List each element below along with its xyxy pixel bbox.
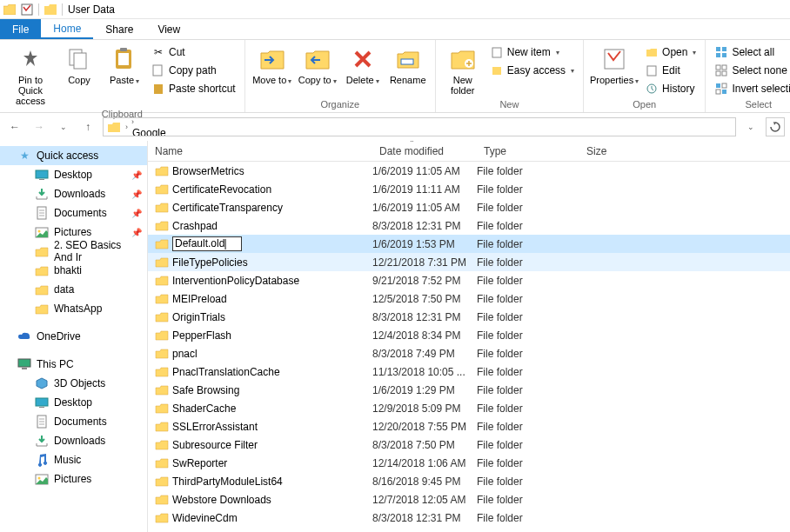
properties-button[interactable]: Properties — [589, 43, 639, 89]
recent-dropdown[interactable]: ⌄ — [54, 117, 73, 136]
pin-icon: 📌 — [131, 209, 142, 218]
rename-input[interactable]: Default.old — [172, 236, 242, 251]
file-row[interactable]: ShaderCache12/9/2018 5:09 PMFile folder — [148, 399, 790, 417]
address-bar[interactable]: › srikant›AppData›Local›Google›Chrome›Us… — [103, 117, 736, 136]
back-button[interactable]: ← — [5, 117, 24, 136]
sidebar-item[interactable]: Downloads📌 — [0, 184, 147, 203]
file-type: File folder — [477, 220, 579, 232]
sidebar-item[interactable]: Desktop📌 — [0, 165, 147, 184]
file-row[interactable]: FileTypePolicies12/21/2018 7:31 PMFile f… — [148, 253, 790, 271]
sidebar-item[interactable]: Desktop — [0, 393, 147, 412]
file-type: File folder — [477, 457, 579, 469]
address-dropdown[interactable]: ⌄ — [741, 117, 760, 136]
new-folder-button[interactable]: New folder — [441, 43, 485, 97]
svg-rect-8 — [401, 59, 413, 64]
file-row[interactable]: pnacl8/3/2018 7:49 PMFile folder — [148, 344, 790, 362]
file-type: File folder — [477, 329, 579, 342]
file-row[interactable]: MEIPreload12/5/2018 7:50 PMFile folder — [148, 289, 790, 308]
easy-access-button[interactable]: Easy access — [486, 62, 578, 79]
file-row[interactable]: PepperFlash12/4/2018 8:34 PMFile folder — [148, 326, 790, 344]
copy-path-button[interactable]: Copy path — [148, 62, 239, 79]
sidebar-item[interactable]: Documents — [0, 412, 147, 431]
sidebar-onedrive[interactable]: OneDrive — [0, 327, 147, 346]
sidebar-item[interactable]: 2. SEO Basics And Ir — [0, 242, 147, 261]
column-size[interactable]: Size — [579, 145, 632, 157]
file-row[interactable]: BrowserMetrics1/6/2019 11:05 AMFile fold… — [148, 162, 790, 180]
cut-button[interactable]: ✂Cut — [148, 43, 239, 61]
move-to-button[interactable]: Move to — [251, 43, 294, 89]
file-type: File folder — [477, 311, 579, 323]
open-button[interactable]: Open — [641, 43, 700, 61]
sidebar-item-label: Pictures — [54, 226, 91, 238]
column-type[interactable]: Type — [477, 145, 579, 157]
sidebar-item[interactable]: 3D Objects — [0, 374, 147, 393]
file-type: File folder — [477, 348, 579, 360]
tab-file[interactable]: File — [0, 19, 41, 39]
file-row[interactable]: Safe Browsing1/6/2019 1:29 PMFile folder — [148, 381, 790, 399]
chevron-right-icon[interactable]: › — [124, 123, 129, 131]
edit-button[interactable]: Edit — [641, 62, 700, 79]
copy-button[interactable]: Copy — [57, 43, 101, 87]
rename-button[interactable]: Rename — [386, 43, 430, 87]
file-row[interactable]: OriginTrials8/3/2018 12:31 PMFile folder — [148, 308, 790, 326]
forward-button[interactable]: → — [30, 117, 49, 136]
tab-share[interactable]: Share — [93, 19, 145, 39]
history-button[interactable]: History — [641, 80, 700, 97]
file-row[interactable]: ThirdPartyModuleList648/16/2018 9:45 PMF… — [148, 472, 790, 490]
sidebar-quick-access[interactable]: ★Quick access — [0, 146, 147, 165]
file-row[interactable]: WidevineCdm8/3/2018 12:31 PMFile folder — [148, 509, 790, 527]
sidebar-item[interactable]: bhakti — [0, 261, 147, 280]
paste-button[interactable]: Paste — [103, 43, 146, 89]
file-row[interactable]: Subresource Filter8/3/2018 7:50 PMFile f… — [148, 436, 790, 454]
sidebar-item[interactable]: Music — [0, 450, 147, 469]
folder-icon — [35, 206, 49, 220]
select-none-button[interactable]: Select none — [711, 62, 790, 79]
select-all-button[interactable]: Select all — [711, 43, 790, 61]
sidebar-item[interactable]: Documents📌 — [0, 203, 147, 223]
file-row[interactable]: SSLErrorAssistant12/20/2018 7:55 PMFile … — [148, 417, 790, 436]
refresh-button[interactable] — [766, 117, 785, 136]
chevron-right-icon[interactable]: › — [131, 117, 135, 126]
file-row[interactable]: InterventionPolicyDatabase9/21/2018 7:52… — [148, 271, 790, 289]
file-row[interactable]: CertificateTransparency1/6/2019 11:05 AM… — [148, 198, 790, 216]
sidebar-item[interactable]: Pictures — [0, 469, 147, 489]
file-date: 11/13/2018 10:05 ... — [372, 366, 477, 378]
invert-selection-button[interactable]: Invert selection — [711, 80, 790, 97]
save-icon[interactable] — [21, 3, 33, 16]
file-row[interactable]: CertificateRevocation1/6/2019 11:11 AMFi… — [148, 180, 790, 198]
folder-icon — [155, 348, 169, 360]
folder-icon — [155, 311, 169, 323]
column-name[interactable]: Name — [148, 145, 372, 157]
new-item-button[interactable]: New item — [486, 43, 578, 61]
file-row[interactable]: Crashpad8/3/2018 12:31 PMFile folder — [148, 216, 790, 235]
file-row[interactable]: PnaclTranslationCache11/13/2018 10:05 ..… — [148, 362, 790, 381]
file-list[interactable]: BrowserMetrics1/6/2019 11:05 AMFile fold… — [148, 162, 790, 532]
file-name: BrowserMetrics — [172, 165, 244, 177]
svg-rect-22 — [722, 71, 726, 76]
pin-quick-access-button[interactable]: Pin to Quick access — [5, 43, 56, 108]
pc-icon[interactable] — [105, 121, 123, 133]
sidebar-item[interactable]: data — [0, 280, 147, 299]
breadcrumb-segment[interactable]: Google — [131, 127, 181, 136]
window-title: User Data — [68, 3, 115, 16]
up-button[interactable]: ↑ — [78, 117, 97, 136]
file-date: 1/6/2019 11:11 AM — [372, 183, 477, 196]
file-row[interactable]: Default.old1/6/2019 1:53 PMFile folder — [148, 235, 790, 253]
file-row[interactable]: SwReporter12/14/2018 1:06 AMFile folder — [148, 454, 790, 472]
file-date: 8/3/2018 12:31 PM — [372, 311, 477, 323]
tab-view[interactable]: View — [145, 19, 192, 39]
folder-icon — [35, 225, 49, 239]
sidebar-item-label: Music — [54, 454, 81, 466]
folder-icon — [155, 293, 169, 305]
tab-home[interactable]: Home — [41, 19, 93, 39]
delete-button[interactable]: Delete — [341, 43, 385, 89]
copy-to-button[interactable]: Copy to — [296, 43, 339, 89]
file-row[interactable]: Webstore Downloads12/7/2018 12:05 AMFile… — [148, 490, 790, 509]
sidebar-item[interactable]: WhatsApp — [0, 299, 147, 318]
sidebar-this-pc[interactable]: This PC — [0, 355, 147, 374]
paste-shortcut-button[interactable]: Paste shortcut — [148, 80, 239, 97]
folder-small-icon — [44, 3, 57, 16]
file-name: PnaclTranslationCache — [172, 366, 280, 378]
sidebar-item[interactable]: Downloads — [0, 431, 147, 450]
column-date[interactable]: Date modified — [372, 145, 477, 157]
